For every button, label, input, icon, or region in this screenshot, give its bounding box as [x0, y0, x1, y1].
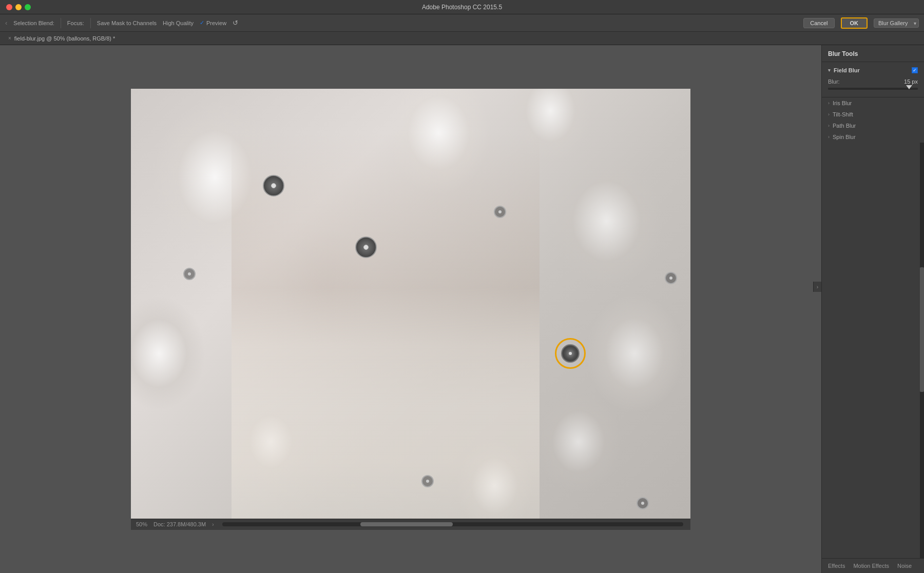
collapse-icon[interactable]: › [815, 284, 820, 290]
scrollbar-v-thumb[interactable] [920, 267, 924, 392]
iris-blur-section[interactable]: › Iris Blur [822, 97, 924, 109]
canvas-image[interactable]: 50% Doc: 237.8M/480.3M › [131, 89, 690, 530]
document-tab[interactable]: × field-blur.jpg @ 50% (balloons, RGB/8)… [5, 35, 118, 42]
field-blur-section: ▾ Field Blur ✓ Blur: 15 px [822, 62, 924, 97]
path-blur-chevron: › [828, 123, 830, 128]
slider-thumb[interactable] [906, 85, 912, 89]
blur-slider[interactable] [828, 88, 918, 90]
right-panel: Blur Tools ▾ Field Blur ✓ Blur: 15 px [821, 45, 924, 573]
preview-checkbox[interactable]: ✓ Preview [200, 19, 226, 26]
field-blur-checkbox[interactable]: ✓ [912, 67, 918, 73]
spin-blur-section[interactable]: › Spin Blur [822, 131, 924, 143]
path-blur-label: Path Blur [833, 123, 856, 129]
reset-button[interactable]: ↺ [233, 19, 238, 27]
blur-pin-1[interactable] [183, 268, 196, 280]
tilt-shift-label: Tilt-Shift [833, 111, 853, 117]
focus-label: Focus: [67, 20, 84, 26]
mode-select-wrapper[interactable]: Blur Gallery Field Blur Iris Blur Tilt-S… [874, 18, 919, 28]
spin-blur-chevron: › [828, 134, 830, 140]
field-blur-chevron: ▾ [828, 68, 831, 73]
doc-size: Doc: 237.8M/480.3M [153, 521, 206, 527]
vertical-scrollbar[interactable] [920, 143, 924, 558]
window-title: Adobe Photoshop CC 2015.5 [422, 4, 502, 11]
ok-button[interactable]: OK [841, 17, 868, 29]
field-blur-label: Field Blur [834, 67, 860, 73]
canvas-area[interactable]: 50% Doc: 237.8M/480.3M › [0, 45, 821, 573]
status-arrow[interactable]: › [212, 522, 214, 527]
title-bar: Adobe Photoshop CC 2015.5 [0, 0, 924, 14]
bottom-tabs-bar: Effects Motion Effects Noise [822, 558, 924, 573]
tilt-shift-section[interactable]: › Tilt-Shift [822, 109, 924, 120]
iris-blur-label: Iris Blur [833, 100, 852, 106]
back-arrow[interactable]: ‹ [5, 19, 7, 27]
tab-bar: × field-blur.jpg @ 50% (balloons, RGB/8)… [0, 32, 924, 45]
blur-value: 15 px [904, 78, 918, 85]
tilt-shift-chevron: › [828, 112, 830, 117]
panel-scroll-area [822, 143, 924, 558]
high-quality-checkbox[interactable]: High Quality [163, 20, 194, 26]
toolbar-separator-2 [90, 18, 91, 28]
selection-blend-label: Selection Blend: [13, 20, 54, 26]
blur-pin-8[interactable] [637, 497, 649, 509]
field-blur-header-left: ▾ Field Blur [828, 67, 860, 73]
scrollbar-thumb[interactable] [360, 522, 453, 526]
zoom-level: 50% [136, 521, 147, 527]
traffic-lights [6, 4, 31, 10]
tab-filename: field-blur.jpg @ 50% (balloons, RGB/8) * [14, 35, 115, 42]
field-blur-header[interactable]: ▾ Field Blur ✓ [822, 65, 924, 75]
field-blur-content: Blur: 15 px [822, 75, 924, 94]
status-bar: 50% Doc: 237.8M/480.3M › [131, 519, 690, 530]
blur-pin-6[interactable] [665, 272, 677, 284]
main-area: 50% Doc: 237.8M/480.3M › Blur Tools ▾ Fi… [0, 45, 924, 573]
minimize-button[interactable] [15, 4, 22, 10]
blur-control-row: Blur: 15 px [828, 78, 918, 85]
horizontal-scrollbar[interactable] [222, 522, 684, 526]
panel-collapse[interactable]: › [813, 282, 821, 292]
close-button[interactable] [6, 4, 12, 10]
blur-pin-selected[interactable] [555, 338, 586, 369]
woman-figure [232, 133, 540, 521]
blur-label: Blur: [828, 78, 840, 85]
toolbar-separator [61, 18, 61, 28]
maximize-button[interactable] [25, 4, 31, 10]
effects-tab[interactable]: Effects [826, 562, 847, 570]
save-mask-button[interactable]: Save Mask to Channels [97, 20, 157, 26]
slider-fill [828, 88, 918, 90]
iris-blur-chevron: › [828, 101, 830, 106]
tab-close-icon[interactable]: × [8, 35, 11, 41]
panel-title: Blur Tools [822, 45, 924, 62]
noise-tab[interactable]: Noise [895, 562, 914, 570]
mode-select[interactable]: Blur Gallery Field Blur Iris Blur Tilt-S… [874, 18, 919, 28]
spin-blur-label: Spin Blur [833, 134, 856, 140]
path-blur-section[interactable]: › Path Blur [822, 120, 924, 131]
cancel-button[interactable]: Cancel [803, 18, 834, 28]
toolbar: ‹ Selection Blend: Focus: Save Mask to C… [0, 14, 924, 32]
motion-effects-tab[interactable]: Motion Effects [851, 562, 891, 570]
